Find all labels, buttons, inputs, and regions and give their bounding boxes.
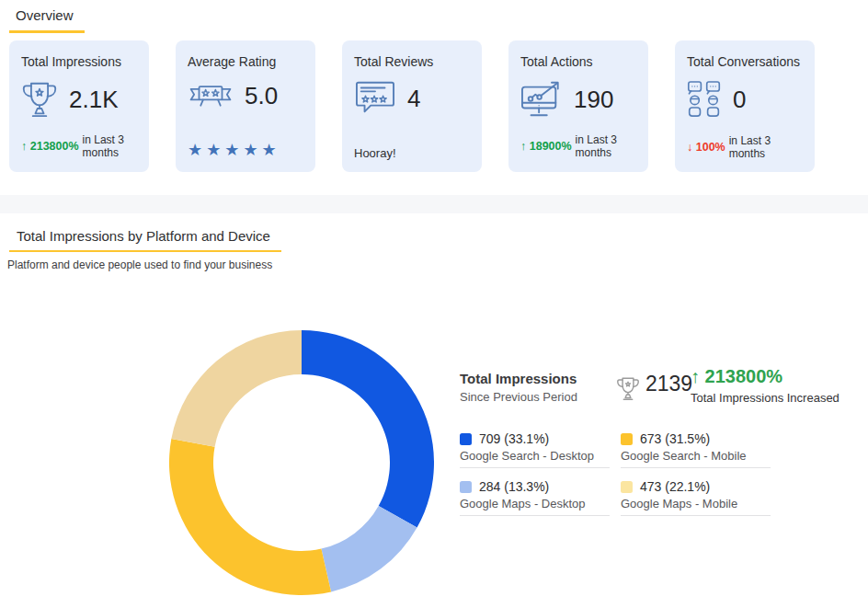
- stat-cards: Total Impressions 2: [9, 40, 815, 172]
- section-divider: [0, 195, 868, 213]
- legend-value: 473 (22.1%): [640, 479, 710, 494]
- legend-swatch: [621, 433, 633, 445]
- card-average-rating: Average Rating 5.0 ★★★★★: [176, 40, 315, 172]
- period-label: in Last 3 months: [83, 133, 136, 160]
- legend-item-google-search-mobile: 673 (31.5%) Google Search - Mobile: [621, 431, 782, 468]
- trophy-icon: [616, 375, 640, 402]
- chart-legend: 709 (33.1%) Google Search - Desktop 673 …: [460, 431, 782, 516]
- legend-value: 709 (33.1%): [479, 431, 549, 446]
- donut-slice-google-search-desktop[interactable]: [302, 330, 434, 528]
- legend-label: Google Maps - Desktop: [460, 497, 610, 516]
- card-total-reviews: Total Reviews 4 Hooray!: [342, 40, 482, 172]
- legend-swatch: [460, 433, 472, 445]
- summary-delta-caption: Total Impressions Increased: [691, 391, 839, 405]
- card-value: 5.0: [245, 82, 278, 110]
- trophy-icon: [21, 79, 58, 120]
- legend-label: Google Search - Mobile: [621, 449, 771, 468]
- legend-item-google-search-desktop: 709 (33.1%) Google Search - Desktop: [460, 431, 621, 468]
- summary-sublabel: Since Previous Period: [460, 390, 577, 404]
- section-title: Total Impressions by Platform and Device: [9, 228, 281, 252]
- summary-delta-up: ↑ 213800%: [691, 366, 782, 387]
- donut-slice-google-maps-mobile[interactable]: [171, 330, 302, 447]
- legend-item-google-maps-mobile: 473 (22.1%) Google Maps - Mobile: [621, 479, 782, 516]
- dashboard: Overview Total Impressions: [0, 0, 868, 608]
- review-note: Hooray!: [354, 146, 396, 160]
- award-ribbon-icon: [188, 79, 234, 112]
- card-total-actions: Total Actions 1: [508, 40, 648, 172]
- delta-up-badge: ↑ 213800%: [21, 140, 79, 153]
- donut-slice-google-search-mobile[interactable]: [169, 439, 331, 595]
- star-rating: ★★★★★: [188, 140, 280, 160]
- card-title: Total Actions: [520, 54, 637, 69]
- tab-overview[interactable]: Overview: [9, 6, 85, 33]
- monitor-chart-icon: [520, 79, 563, 120]
- card-title: Total Conversations: [687, 54, 804, 69]
- period-label: in Last 3 months: [576, 133, 629, 160]
- legend-swatch: [460, 481, 472, 493]
- section-subtitle: Platform and device people used to find …: [7, 258, 272, 271]
- legend-label: Google Maps - Mobile: [621, 497, 771, 516]
- card-title: Total Reviews: [354, 54, 471, 69]
- tab-overview-label: Overview: [16, 7, 74, 23]
- legend-value: 673 (31.5%): [640, 431, 710, 446]
- card-title: Total Impressions: [21, 54, 138, 69]
- card-value: 2.1K: [69, 86, 119, 114]
- people-chat-icon: [687, 79, 722, 120]
- card-total-conversations: Total Conversations: [675, 40, 815, 172]
- summary-total-value: 2139: [645, 372, 692, 396]
- card-value: 0: [733, 86, 746, 114]
- summary-label: Total Impressions: [460, 371, 577, 386]
- legend-swatch: [621, 481, 633, 493]
- donut-chart[interactable]: [167, 328, 436, 597]
- legend-value: 284 (13.3%): [479, 479, 549, 494]
- card-title: Average Rating: [188, 54, 304, 69]
- card-total-impressions: Total Impressions 2: [9, 40, 149, 172]
- legend-label: Google Search - Desktop: [460, 449, 610, 468]
- delta-down-badge: ↓ 100%: [687, 141, 725, 154]
- review-bubble-icon: [354, 79, 396, 118]
- card-value: 190: [574, 86, 613, 114]
- legend-item-google-maps-desktop: 284 (13.3%) Google Maps - Desktop: [460, 479, 621, 516]
- period-label: in Last 3 months: [729, 134, 804, 160]
- delta-up-badge: ↑ 18900%: [520, 140, 572, 153]
- card-value: 4: [407, 85, 420, 113]
